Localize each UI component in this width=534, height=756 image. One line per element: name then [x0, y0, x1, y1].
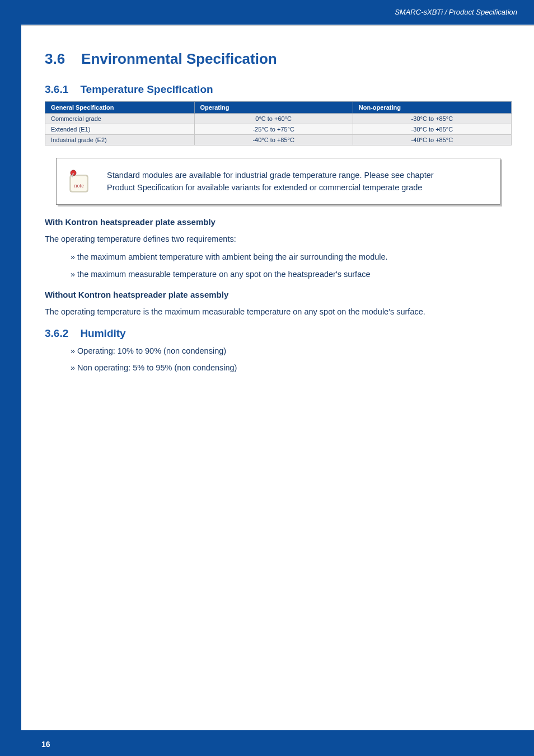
- cell-nonop: -30°C to +85°C: [353, 114, 511, 124]
- section-title: Environmental Specification: [81, 50, 277, 67]
- header-band: SMARC-sXBTi / Product Specification: [21, 0, 534, 25]
- list-item: the maximum ambient temperature with amb…: [71, 251, 512, 262]
- note-label: note: [74, 182, 84, 189]
- note-line1: Standard modules are available for indus…: [107, 171, 434, 180]
- note-callout: note Standard modules are available for …: [56, 158, 500, 205]
- list-item: Operating: 10% to 90% (non condensing): [71, 345, 512, 356]
- left-blue-band: [0, 0, 21, 756]
- cell-nonop: -30°C to +85°C: [353, 124, 511, 135]
- with-hs-heading: With Kontron heatspreader plate assembly: [45, 217, 512, 227]
- subsection-num: 3.6.1: [45, 83, 68, 95]
- header-rule: [21, 25, 534, 26]
- list-item: Non operating: 5% to 95% (non condensing…: [71, 362, 512, 373]
- table-header-general: General Specification: [45, 102, 195, 114]
- page: SMARC-sXBTi / Product Specification 3.6 …: [0, 0, 534, 756]
- table-header-operating: Operating: [194, 102, 353, 114]
- note-line2: Product Specification for available vari…: [107, 183, 422, 192]
- table-header-nonoperating: Non-operating: [353, 102, 511, 114]
- subsection-num: 3.6.2: [45, 327, 68, 339]
- list-item: the maximum measurable temperature on an…: [71, 269, 512, 280]
- content-area: 3.6 Environmental Specification 3.6.1 Te…: [45, 50, 512, 722]
- with-hs-bullets: the maximum ambient temperature with amb…: [71, 251, 512, 280]
- without-hs-heading: Without Kontron heatspreader plate assem…: [45, 290, 512, 299]
- breadcrumb: SMARC-sXBTi / Product Specification: [395, 8, 517, 16]
- subsection-heading: 3.6.1 Temperature Specification: [45, 83, 512, 96]
- cell-operating: -25°C to +75°C: [194, 124, 353, 135]
- table-header-row: General Specification Operating Non-oper…: [45, 102, 512, 114]
- table-row: Industrial grade (E2) -40°C to +85°C -40…: [45, 135, 512, 145]
- subsection-heading: 3.6.2 Humidity: [45, 327, 512, 340]
- note-text: Standard modules are available for indus…: [107, 169, 434, 194]
- note-icon: note: [67, 167, 91, 195]
- page-number: 16: [41, 740, 50, 749]
- subsection-title: Temperature Specification: [80, 83, 213, 95]
- with-hs-intro: The operating temperature defines two re…: [45, 233, 512, 245]
- note-box: note Standard modules are available for …: [56, 158, 500, 205]
- cell-label: Industrial grade (E2): [45, 135, 195, 145]
- footer-band: 16: [21, 730, 534, 756]
- cell-operating: 0°C to +60°C: [194, 114, 353, 124]
- without-hs-text: The operating temperature is the maximum…: [45, 306, 512, 317]
- subsection-title: Humidity: [80, 327, 125, 339]
- cell-label: Commercial grade: [45, 114, 195, 124]
- cell-nonop: -40°C to +85°C: [353, 135, 511, 145]
- humidity-bullets: Operating: 10% to 90% (non condensing) N…: [71, 345, 512, 374]
- cell-label: Extended (E1): [45, 124, 195, 135]
- cell-operating: -40°C to +85°C: [194, 135, 353, 145]
- section-num: 3.6: [45, 50, 65, 67]
- table-row: Commercial grade 0°C to +60°C -30°C to +…: [45, 114, 512, 124]
- table-row: Extended (E1) -25°C to +75°C -30°C to +8…: [45, 124, 512, 135]
- spec-table: General Specification Operating Non-oper…: [45, 101, 512, 145]
- section-heading: 3.6 Environmental Specification: [45, 50, 512, 68]
